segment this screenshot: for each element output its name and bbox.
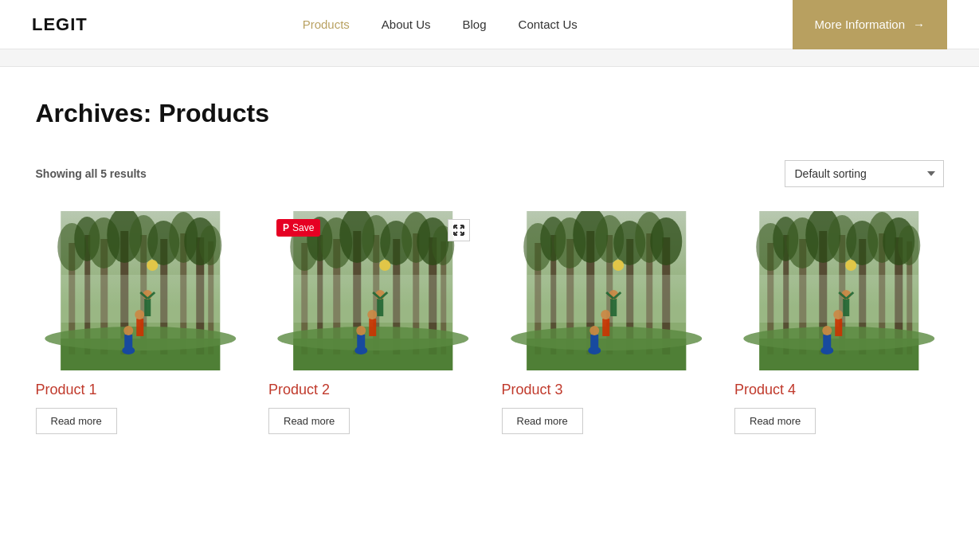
svg-rect-57 — [369, 319, 376, 336]
more-info-label: More Information — [815, 18, 905, 31]
product-image-wrap-3 — [502, 211, 711, 370]
results-count: Showing all 5 results — [36, 167, 147, 180]
svg-point-26 — [135, 310, 144, 319]
svg-point-24 — [123, 326, 133, 335]
read-more-button-1[interactable]: Read more — [36, 408, 117, 434]
nav-about[interactable]: About Us — [382, 18, 431, 31]
product-image-4 — [734, 211, 944, 370]
product-image-3 — [502, 211, 711, 370]
svg-point-130 — [822, 326, 832, 335]
pinterest-icon: P — [283, 222, 289, 233]
arrow-right-icon: → — [913, 18, 925, 31]
pinterest-save-button[interactable]: P Save — [276, 219, 320, 237]
svg-point-98 — [589, 326, 599, 335]
product-image-wrap-4 — [734, 211, 944, 370]
product-grid: Product 1 Read more — [36, 211, 944, 434]
main-nav: Products About Us Blog Contact Us — [303, 18, 578, 31]
shop-toolbar: Showing all 5 results Default sorting So… — [36, 160, 944, 187]
product-image-1 — [36, 211, 245, 370]
svg-rect-129 — [823, 335, 831, 350]
nav-contact[interactable]: Contact Us — [519, 18, 578, 31]
product-image-wrap-1 — [36, 211, 245, 370]
site-header: LEGIT Products About Us Blog Contact Us … — [0, 0, 979, 49]
product-card-2: P Save — [268, 211, 478, 434]
results-text: Showing all — [36, 167, 98, 180]
page-title: Archives: Products — [36, 99, 944, 128]
results-suffix: results — [110, 167, 147, 180]
product-name-3[interactable]: Product 3 — [502, 382, 711, 398]
svg-point-56 — [356, 326, 366, 335]
svg-rect-23 — [124, 335, 132, 350]
svg-point-18 — [199, 225, 221, 265]
product-image-wrap-2: P Save — [268, 211, 478, 370]
read-more-button-3[interactable]: Read more — [502, 408, 583, 434]
expand-icon[interactable] — [448, 219, 470, 241]
product-name-1[interactable]: Product 1 — [36, 382, 245, 398]
svg-rect-27 — [144, 299, 151, 316]
sort-select[interactable]: Default sorting Sort by popularity Sort … — [785, 160, 944, 187]
svg-point-100 — [601, 310, 610, 319]
svg-rect-101 — [610, 299, 617, 316]
svg-point-105 — [613, 260, 624, 271]
svg-rect-55 — [357, 335, 365, 350]
svg-rect-25 — [136, 319, 143, 336]
nav-blog[interactable]: Blog — [463, 18, 487, 31]
svg-rect-131 — [835, 319, 842, 336]
svg-rect-99 — [602, 319, 609, 336]
svg-rect-133 — [843, 299, 849, 316]
sub-header-bar — [0, 49, 979, 67]
results-number: 5 — [100, 167, 107, 180]
svg-point-58 — [367, 310, 377, 319]
site-logo[interactable]: LEGIT — [32, 14, 88, 35]
svg-point-124 — [898, 225, 920, 265]
more-info-button[interactable]: More Information → — [793, 0, 947, 49]
read-more-button-4[interactable]: Read more — [734, 408, 816, 434]
svg-rect-59 — [377, 299, 383, 316]
svg-point-92 — [650, 217, 682, 265]
nav-products[interactable]: Products — [303, 18, 350, 31]
product-name-4[interactable]: Product 4 — [734, 382, 944, 398]
svg-point-63 — [379, 260, 390, 271]
read-more-button-2[interactable]: Read more — [268, 408, 350, 434]
product-card-3: Product 3 Read more — [502, 211, 711, 434]
main-content: Archives: Products Showing all 5 results… — [20, 67, 960, 498]
svg-point-132 — [833, 310, 843, 319]
svg-point-137 — [845, 260, 856, 271]
expand-svg — [452, 224, 465, 237]
product-name-2[interactable]: Product 2 — [268, 382, 478, 398]
save-label: Save — [292, 222, 314, 233]
product-card-1: Product 1 Read more — [36, 211, 245, 434]
svg-rect-97 — [590, 335, 598, 350]
svg-point-31 — [147, 260, 158, 271]
product-card-4: Product 4 Read more — [734, 211, 944, 434]
